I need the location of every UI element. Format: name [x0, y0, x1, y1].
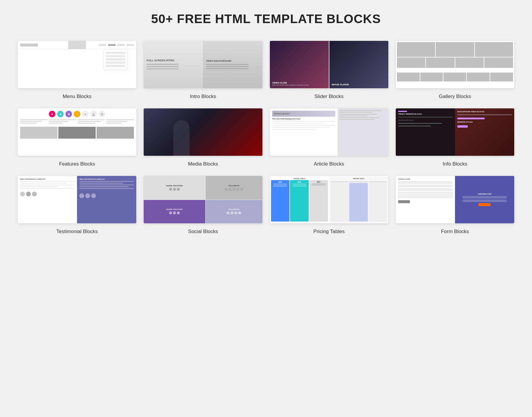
preview-form[interactable]: CONTACT FORM SUBSCRIBE FORM	[396, 176, 514, 223]
social-bottom-follow-icons	[227, 211, 241, 214]
intro-line-1	[147, 64, 179, 65]
block-item-article[interactable]: ARTICLE HEADER Title with Solid Backgrou…	[270, 108, 388, 167]
gallery-cell-7	[484, 57, 513, 68]
preview-gallery[interactable]	[396, 41, 514, 88]
block-item-media[interactable]: Media Blocks	[144, 108, 262, 167]
social-icon-3	[177, 188, 180, 191]
block-item-intro[interactable]: FULL SCREEN INTRO VIDEO BACKGROUND Intro…	[144, 41, 262, 100]
test-right-avatar-3	[91, 193, 96, 198]
block-item-info[interactable]: TRENDY WEBSITE BLOCKS BACKGROUND IMAGE B…	[396, 108, 514, 167]
preview-article[interactable]: ARTICLE HEADER Title with Solid Backgrou…	[270, 108, 388, 156]
preview-testimonial[interactable]: WHAT OUR FANTASTIC USERS SAY WHAT OUR FA…	[18, 176, 136, 223]
test-right-avatar-1	[79, 193, 84, 198]
preview-social[interactable]: SHARE THIS PAGE! FOLLOW US	[144, 176, 262, 223]
social-top-left: SHARE THIS PAGE!	[144, 176, 205, 200]
price-card-2: $10	[290, 180, 309, 222]
test-line-5	[20, 188, 75, 189]
preview-info[interactable]: TRENDY WEBSITE BLOCKS BACKGROUND IMAGE B…	[396, 108, 514, 156]
social-icon-f4	[236, 188, 239, 191]
preview-features[interactable]: ♥ ★ ♛ ♫ ○ △ □	[18, 108, 136, 156]
block-item-features[interactable]: ♥ ★ ♛ ♫ ○ △ □	[18, 108, 136, 167]
feat-icon-6: △	[90, 111, 97, 117]
social-bottom-share-title: SHARE THIS PAGE!	[166, 208, 183, 210]
preview-media[interactable]	[144, 108, 262, 156]
form-submit-btn	[398, 200, 410, 203]
info-left: TRENDY WEBSITE BLOCKS BACKGROUND IMAGE	[396, 108, 455, 156]
social-icon-b3	[177, 211, 180, 214]
form-right-submit-btn	[479, 203, 491, 206]
slider-label: Slider Blocks	[314, 94, 343, 100]
social-icon-bf1	[227, 211, 230, 214]
pricing-right-title: PRICING TABLE	[330, 178, 387, 179]
preview-pricing[interactable]: PRICING TABLE $10 $10	[270, 176, 388, 223]
price-line-2	[273, 185, 287, 185]
gallery-cell-8	[397, 73, 420, 81]
slide-left-label: VIDEO SLIDE	[272, 81, 326, 84]
pricing-left-title: PRICING TABLE	[271, 178, 328, 179]
social-icon-b1	[169, 211, 172, 214]
feat-line-11	[106, 121, 127, 122]
feat-col-3	[78, 119, 105, 124]
info-right-btn	[457, 125, 468, 128]
pricing-label: Pricing Tables	[313, 229, 345, 235]
form-right: SUBSCRIBE FORM	[455, 176, 514, 223]
social-icon-bf3	[234, 211, 237, 214]
nav-link-1	[99, 44, 106, 46]
gallery-cell-10	[443, 73, 466, 81]
test-avatar-1	[20, 192, 25, 196]
art-line-5	[272, 129, 316, 130]
social-icon-1	[169, 188, 172, 191]
info-label: Info Blocks	[443, 161, 467, 167]
social-icon-f5	[240, 188, 243, 191]
feat-col-1	[20, 119, 48, 124]
preview-menu[interactable]	[18, 41, 136, 88]
feat-icon-5: ○	[82, 111, 89, 117]
feat-line-9	[78, 123, 95, 124]
feat-line-8	[78, 121, 101, 122]
article-label: Article Blocks	[314, 161, 344, 167]
test-line-4	[20, 186, 58, 187]
block-item-form[interactable]: CONTACT FORM SUBSCRIBE FORM Form Blocks	[396, 176, 514, 235]
gallery-row-3	[397, 73, 513, 87]
test-right-line-2	[79, 183, 123, 184]
intro-line-2	[147, 66, 179, 67]
gallery-cell-4	[397, 57, 426, 68]
block-item-menu[interactable]: Menu Blocks	[18, 41, 136, 100]
preview-intro[interactable]: FULL SCREEN INTRO VIDEO BACKGROUND	[144, 41, 262, 88]
test-line-2	[20, 183, 67, 184]
test-avatar-3	[32, 192, 37, 196]
nav-link-2	[108, 44, 116, 46]
gallery-cell-3	[475, 42, 513, 57]
block-item-pricing[interactable]: PRICING TABLE $10 $10	[270, 176, 388, 235]
testimonial-left-title: WHAT OUR FANTASTIC USERS SAY	[20, 178, 75, 180]
slide-left-sub: Slide with full width video background a…	[272, 84, 326, 86]
block-item-social[interactable]: SHARE THIS PAGE! FOLLOW US	[144, 176, 262, 235]
testimonial-label: Testimonial Blocks	[56, 229, 98, 235]
blocks-grid: Menu Blocks FULL SCREEN INTRO VIDEO BACK…	[18, 41, 514, 235]
block-item-testimonial[interactable]: WHAT OUR FANTASTIC USERS SAY WHAT OUR FA…	[18, 176, 136, 235]
video-line-1	[206, 64, 249, 65]
feat-img-1	[20, 127, 57, 139]
intro-right-title: VIDEO BACKGROUND	[206, 60, 259, 62]
gallery-row-1	[397, 42, 513, 57]
feat-img-2	[58, 127, 96, 139]
feat-icon-headphone: ♫	[74, 111, 80, 117]
social-bottom-left: SHARE THIS PAGE!	[144, 200, 205, 224]
block-item-gallery[interactable]: Gallery Blocks	[396, 41, 514, 100]
preview-slider[interactable]: VIDEO SLIDE Slide with full width video …	[270, 41, 388, 88]
dd-item-1	[106, 52, 125, 54]
social-top-share-title: SHARE THIS PAGE!	[166, 185, 183, 187]
social-top-icons	[169, 188, 180, 191]
form-left-title: CONTACT FORM	[398, 178, 453, 180]
price-line-5	[292, 185, 306, 185]
intro-left-title: FULL SCREEN INTRO	[147, 59, 200, 62]
social-top-follow-title: FOLLOW US	[229, 185, 239, 187]
features-label: Features Blocks	[59, 161, 95, 167]
video-line-3	[206, 68, 249, 69]
video-line-2	[206, 66, 249, 67]
price-line-8	[312, 185, 326, 185]
block-item-slider[interactable]: VIDEO SLIDE Slide with full width video …	[270, 41, 388, 100]
form-field-2	[398, 185, 453, 187]
intro-right-panel: VIDEO BACKGROUND	[203, 41, 262, 88]
article-right	[338, 108, 388, 156]
